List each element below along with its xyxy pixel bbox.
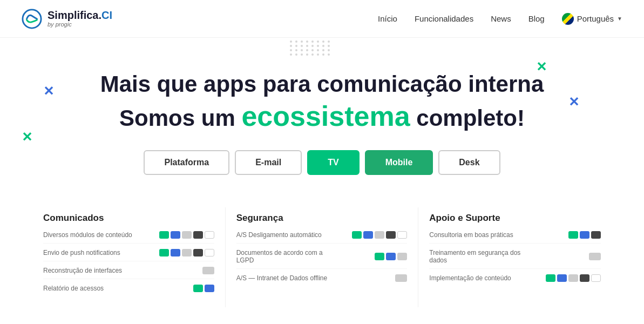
tab-desk[interactable]: Desk	[438, 150, 500, 175]
badge-blue	[386, 253, 396, 260]
badge-dark	[386, 231, 396, 239]
chevron-down-icon: ▼	[617, 16, 622, 22]
badge-dark	[193, 249, 203, 256]
badge-dark	[580, 274, 589, 282]
feature-badges	[546, 274, 601, 282]
badge-green	[375, 253, 384, 260]
badge-gray	[182, 231, 192, 239]
badge-outline	[591, 274, 601, 282]
nav-link-inicio[interactable]: Início	[378, 14, 397, 23]
navbar: Simplifica.CI by progic Início Funcional…	[0, 0, 644, 38]
product-tabs: Plataforma E-mail TV Mobile Desk	[22, 150, 622, 175]
single-badge	[395, 274, 407, 282]
lang-label: Português	[577, 14, 614, 23]
feature-badges	[568, 231, 601, 239]
badge-green	[193, 285, 203, 292]
feature-badges	[375, 253, 407, 260]
features-grid: Comunicados Diversos módulos de conteúdo…	[0, 191, 644, 318]
svg-point-0	[23, 9, 41, 28]
badge-green	[159, 231, 169, 239]
feature-title-seguranca: Segurança	[236, 213, 408, 224]
badge-gray	[568, 274, 578, 282]
logo-sub-text: by progic	[48, 21, 112, 28]
feature-row: Documentos de acordo com a LGPD	[236, 249, 408, 269]
tab-mobile[interactable]: Mobile	[365, 150, 433, 175]
feature-badges	[159, 249, 214, 256]
badge-blue	[171, 231, 180, 239]
feature-badges	[202, 267, 214, 274]
feature-row: A/S — Intranet de Dados offline	[236, 274, 408, 286]
tab-tv[interactable]: TV	[307, 150, 359, 175]
badge-outline	[205, 231, 214, 239]
badge-blue	[363, 231, 373, 239]
badge-green	[568, 231, 578, 239]
badge-outline	[205, 249, 214, 256]
feature-col-seguranca: Segurança A/S Desligamento automático Do…	[226, 207, 419, 307]
feature-row: Consultoria em boas práticas	[429, 231, 601, 244]
logo-main-text: Simplifica.CI	[48, 9, 112, 21]
feature-col-comunicados: Comunicados Diversos módulos de conteúdo…	[32, 207, 226, 307]
hero-headline: Mais que apps para comunicação interna S…	[22, 70, 622, 134]
nav-links: Início Funcionalidades News Blog Portugu…	[378, 13, 622, 25]
tab-plataforma[interactable]: Plataforma	[144, 150, 229, 175]
feature-row: Reconstrução de interfaces	[43, 267, 214, 279]
feature-row: Relatório de acessos	[43, 285, 214, 296]
badge-outline	[397, 231, 407, 239]
nav-link-blog[interactable]: Blog	[528, 14, 545, 23]
badge-blue	[557, 274, 567, 282]
feature-badges	[589, 253, 601, 260]
badge-green	[352, 231, 362, 239]
badge-blue	[171, 249, 180, 256]
feature-title-comunicados: Comunicados	[43, 213, 214, 224]
nav-link-funcionalidades[interactable]: Funcionalidades	[415, 14, 473, 23]
badge-green	[546, 274, 555, 282]
flag-icon	[562, 13, 574, 25]
badge-green	[159, 249, 169, 256]
hero-section: Mais que apps para comunicação interna S…	[0, 38, 644, 191]
badge-dark	[591, 231, 601, 239]
logo-icon	[22, 9, 42, 29]
single-badge	[589, 253, 601, 260]
feature-badges	[352, 231, 407, 239]
badge-dark	[193, 231, 203, 239]
tab-email[interactable]: E-mail	[235, 150, 302, 175]
language-selector[interactable]: Português ▼	[562, 13, 622, 25]
badge-blue	[580, 231, 589, 239]
nav-link-news[interactable]: News	[491, 14, 511, 23]
feature-row: Envio de push notifications	[43, 249, 214, 261]
feature-row: A/S Desligamento automático	[236, 231, 408, 244]
feature-row: Implementação de conteúdo	[429, 274, 601, 286]
badge-gray	[375, 231, 384, 239]
hero-line2: Somos um ecossistema completo!	[22, 99, 622, 134]
feature-col-apoio: Apoio e Suporte Consultoria em boas prát…	[418, 207, 612, 307]
feature-row: Diversos módulos de conteúdo	[43, 231, 214, 244]
feature-badges	[159, 231, 214, 239]
feature-badges	[193, 285, 214, 292]
single-badge	[202, 267, 214, 274]
badge-blue	[205, 285, 214, 292]
hero-line1: Mais que apps para comunicação interna	[100, 71, 544, 97]
logo[interactable]: Simplifica.CI by progic	[22, 9, 112, 29]
feature-row: Treinamento em segurança dos dados	[429, 249, 601, 269]
feature-title-apoio: Apoio e Suporte	[429, 213, 601, 224]
badge-gray	[397, 253, 407, 260]
feature-badges	[395, 274, 407, 282]
badge-gray	[182, 249, 192, 256]
